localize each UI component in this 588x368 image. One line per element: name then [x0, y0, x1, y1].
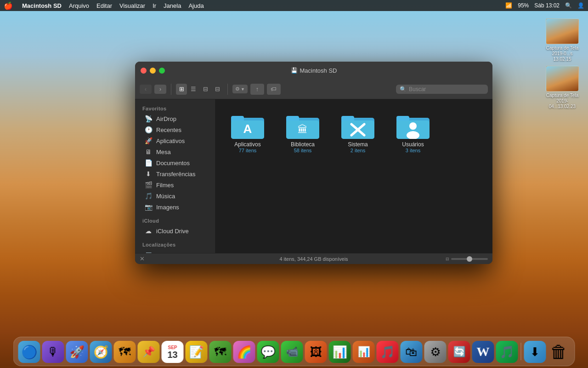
view-icon-button[interactable]: ⊞ [176, 84, 187, 95]
dock-sysprefs[interactable]: ⚙ [424, 341, 447, 363]
dock-maps[interactable]: 🗺 [209, 341, 232, 363]
menu-ir[interactable]: Ir [153, 2, 156, 9]
action-dropdown-button[interactable]: ⚙ ▼ [232, 85, 248, 93]
menu-visualizar[interactable]: Visualizar [119, 2, 145, 9]
sidebar-item-mesa[interactable]: 🖥 Mesa [137, 146, 213, 157]
share-button[interactable]: ↑ [250, 84, 264, 95]
menu-finder[interactable]: Macintosh SD [22, 2, 62, 9]
dock-appstore[interactable]: 🛍 [401, 341, 423, 363]
dock-facetime[interactable]: 📹 [281, 341, 303, 363]
folder-aplicativos-name: Aplicativos [234, 141, 260, 148]
folder-sistema[interactable]: Sistema 2 itens [335, 109, 381, 156]
dock-downloads[interactable]: ⬇ [524, 341, 546, 363]
maximize-button[interactable] [159, 68, 165, 74]
folder-biblioteca[interactable]: 🏛 Biblioteca 58 itens [280, 109, 326, 156]
view-buttons: ⊞ ☰ ⊟ ⊟ [176, 84, 223, 95]
menubar-wifi: 📶 [505, 2, 512, 9]
sidebar-item-documentos[interactable]: 📄 Documentos [137, 157, 213, 168]
menu-editar[interactable]: Editar [96, 2, 112, 9]
sidebar-item-recentes[interactable]: 🕐 Recentes [137, 124, 213, 135]
folder-biblioteca-icon: 🏛 [286, 111, 319, 139]
musica-icon: 🎵 [144, 192, 153, 200]
keynote-icon: 📊 [357, 346, 370, 358]
photos2-icon: 🌈 [237, 345, 252, 359]
sidebar-item-macbook[interactable]: 💻 MacBook [137, 249, 213, 253]
back-button[interactable]: ‹ [140, 85, 152, 94]
sidebar-item-musica[interactable]: 🎵 Música [137, 190, 213, 201]
dock-photos2[interactable]: 🌈 [233, 341, 255, 363]
mesa-icon: 🖥 [144, 148, 153, 155]
dock-finder[interactable]: 🔵 [18, 341, 40, 363]
word-icon: W [477, 345, 490, 359]
slider-thumb [467, 256, 472, 262]
dock-cleanmymac[interactable]: 🔄 [448, 341, 470, 363]
dock-spotify[interactable]: 🎵 [496, 341, 518, 363]
dock-photos[interactable]: 🗺 [114, 341, 136, 363]
sidebar-item-imagens[interactable]: 📷 Imagens [137, 201, 213, 213]
folder-aplicativos[interactable]: A Aplicativos 77 itens [225, 109, 271, 156]
toolbar-sep-1 [171, 84, 171, 95]
filmes-icon: 🎬 [144, 181, 153, 189]
folder-aplicativos-count: 77 itens [239, 148, 257, 153]
icloud-icon: ☁ [144, 227, 153, 235]
dock-keynote[interactable]: 📊 [353, 341, 375, 363]
sidebar-item-transferencias-label: Transferências [156, 171, 196, 178]
dock-divider [521, 343, 521, 360]
dock-notes[interactable]: 📝 [186, 341, 208, 363]
forward-button[interactable]: › [154, 85, 166, 94]
close-button[interactable] [141, 68, 147, 74]
dock-trash[interactable]: 🗑 [548, 341, 570, 363]
documentos-icon: 📄 [144, 159, 153, 167]
menubar-search[interactable]: 🔍 [565, 2, 572, 9]
dock-music[interactable]: 🎵 [377, 341, 399, 363]
folder-aplicativos-svg: A [231, 111, 264, 139]
dock-calendar[interactable]: SEP 13 [162, 341, 184, 363]
downloads-icon: ⬇ [530, 345, 540, 359]
status-close-button[interactable]: ✕ [140, 255, 145, 262]
folder-biblioteca-count: 58 itens [294, 148, 312, 153]
menu-janela[interactable]: Janela [164, 2, 181, 9]
dock-safari[interactable]: 🧭 [90, 341, 112, 363]
apple-menu[interactable]: 🍎 [4, 1, 13, 10]
stickies-icon: 📌 [142, 346, 155, 358]
photos-icon: 🗺 [119, 345, 131, 359]
sidebar-item-aplicativos[interactable]: 🚀 Aplicativos [137, 135, 213, 146]
dock-numbers[interactable]: 📊 [329, 341, 351, 363]
tags-button[interactable]: 🏷 [267, 84, 281, 95]
sidebar-item-transferencias[interactable]: ⬇ Transferências [137, 168, 213, 179]
sidebar-item-imagens-label: Imagens [156, 204, 179, 211]
minimize-button[interactable] [150, 68, 156, 74]
calendar-date: 13 [167, 350, 177, 359]
dock-launchpad[interactable]: 🚀 [66, 341, 88, 363]
dock-stickies[interactable]: 📌 [138, 341, 160, 363]
sidebar-item-icloud-drive[interactable]: ☁ iCloud Drive [137, 225, 213, 236]
slider-track[interactable] [451, 258, 488, 260]
sidebar-item-mesa-label: Mesa [156, 149, 171, 155]
dock-word[interactable]: W [472, 341, 494, 363]
sidebar-item-filmes-label: Filmes [156, 182, 174, 189]
dock-messages[interactable]: 💬 [257, 341, 279, 363]
dock-siri[interactable]: 🎙 [42, 341, 64, 363]
view-columns-button[interactable]: ⊟ [200, 84, 211, 95]
desktop-icon-screenshot1[interactable]: Captura de Tela2019-0...s 13.02.15 [544, 18, 581, 62]
search-box: 🔍 [396, 85, 488, 94]
desktop-icons: Captura de Tela2019-0...s 13.02.15 Captu… [544, 18, 581, 109]
maps-icon: 🗺 [215, 345, 226, 359]
svg-point-16 [409, 122, 417, 130]
desktop-icon-screenshot2[interactable]: Captura de Tela2019-04...13.02.23 [544, 66, 581, 109]
finder-window: 💾 Macintosh SD ‹ › ⊞ ☰ ⊟ ⊟ ⚙ ▼ ↑ 🏷 🔍 F [135, 62, 492, 264]
zoom-slider[interactable]: ⊟ [446, 257, 488, 261]
menu-arquivo[interactable]: Arquivo [69, 2, 89, 9]
folder-sistema-svg [341, 111, 374, 139]
sidebar-item-airdrop-label: AirDrop [156, 115, 176, 122]
sidebar-item-filmes[interactable]: 🎬 Filmes [137, 179, 213, 190]
desktop-icon-label-2: Captura de Tela2019-04...13.02.23 [544, 93, 581, 109]
view-gallery-button[interactable]: ⊟ [212, 84, 223, 95]
dock-gallery[interactable]: 🖼 [305, 341, 327, 363]
view-list-button[interactable]: ☰ [188, 84, 199, 95]
folder-usuarios[interactable]: Usuários 3 itens [390, 109, 436, 156]
menu-ajuda[interactable]: Ajuda [188, 2, 204, 9]
menubar-user[interactable]: 👤 [577, 2, 584, 9]
search-input[interactable] [409, 86, 484, 92]
sidebar-item-airdrop[interactable]: 📡 AirDrop [137, 113, 213, 124]
